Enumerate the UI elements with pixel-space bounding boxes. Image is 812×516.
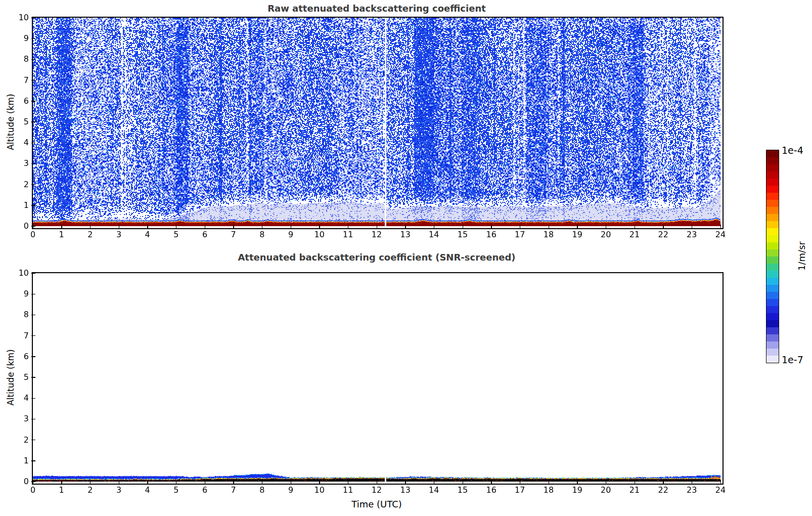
y-tick-label: 8 bbox=[14, 310, 29, 319]
y-tick-label: 4 bbox=[14, 393, 29, 403]
y-tick-mark bbox=[31, 481, 35, 482]
x-tick-mark bbox=[405, 480, 406, 484]
x-tick-mark bbox=[176, 480, 177, 484]
x-tick-mark bbox=[549, 480, 550, 484]
x-tick-label: 15 bbox=[452, 230, 474, 239]
x-tick-mark bbox=[262, 480, 263, 484]
panel2-plot-area bbox=[32, 272, 724, 485]
x-tick-mark bbox=[348, 480, 349, 484]
x-tick-label: 23 bbox=[681, 485, 703, 495]
x-tick-label: 13 bbox=[394, 485, 417, 495]
y-tick-label: 2 bbox=[14, 180, 29, 189]
x-tick-mark bbox=[33, 225, 34, 229]
y-tick-mark bbox=[31, 335, 35, 336]
x-tick-label: 13 bbox=[394, 230, 417, 239]
x-tick-label: 14 bbox=[423, 485, 445, 495]
x-tick-label: 19 bbox=[566, 230, 589, 239]
x-tick-label: 1 bbox=[51, 485, 73, 495]
x-tick-label: 4 bbox=[137, 230, 159, 239]
y-tick-label: 9 bbox=[14, 33, 29, 43]
x-tick-label: 6 bbox=[194, 230, 216, 239]
x-tick-mark bbox=[520, 225, 521, 229]
x-tick-mark bbox=[90, 480, 91, 484]
x-tick-label: 9 bbox=[280, 230, 302, 239]
y-tick-label: 8 bbox=[14, 54, 29, 64]
x-tick-label: 12 bbox=[366, 230, 388, 239]
x-tick-mark bbox=[663, 480, 664, 484]
x-axis-label: Time (UTC) bbox=[33, 499, 720, 509]
x-tick-label: 24 bbox=[709, 230, 732, 239]
x-tick-mark bbox=[577, 225, 578, 229]
x-tick-mark bbox=[549, 225, 550, 229]
x-tick-label: 7 bbox=[222, 230, 245, 239]
x-tick-mark bbox=[463, 225, 464, 229]
x-tick-label: 20 bbox=[595, 485, 617, 495]
y-tick-label: 9 bbox=[14, 289, 29, 298]
x-tick-mark bbox=[291, 225, 292, 229]
y-tick-label: 10 bbox=[14, 13, 29, 22]
y-tick-mark bbox=[31, 377, 35, 378]
x-tick-label: 3 bbox=[108, 230, 130, 239]
y-tick-label: 7 bbox=[14, 75, 29, 85]
y-tick-mark bbox=[31, 398, 35, 399]
colorbar bbox=[766, 150, 779, 363]
x-tick-mark bbox=[606, 225, 607, 229]
figure: Raw attenuated backscattering coefficien… bbox=[0, 0, 812, 516]
y-tick-mark bbox=[31, 101, 35, 102]
y-tick-mark bbox=[31, 440, 35, 441]
x-tick-mark bbox=[491, 480, 492, 484]
y-tick-label: 1 bbox=[14, 200, 29, 210]
x-tick-mark bbox=[319, 480, 320, 484]
x-tick-mark bbox=[319, 225, 320, 229]
panel1-title: Raw attenuated backscattering coefficien… bbox=[33, 3, 720, 14]
x-tick-mark bbox=[434, 480, 435, 484]
y-tick-mark bbox=[31, 184, 35, 185]
x-tick-mark bbox=[635, 480, 636, 484]
x-tick-label: 9 bbox=[280, 485, 302, 495]
x-tick-mark bbox=[720, 480, 721, 484]
x-tick-mark bbox=[205, 225, 206, 229]
x-tick-label: 8 bbox=[251, 230, 273, 239]
y-tick-label: 0 bbox=[14, 477, 29, 486]
x-tick-mark bbox=[233, 480, 234, 484]
screened-heatmap-canvas bbox=[33, 273, 720, 482]
x-tick-mark bbox=[291, 480, 292, 484]
x-tick-label: 22 bbox=[652, 230, 674, 239]
x-tick-label: 15 bbox=[452, 485, 474, 495]
raw-heatmap-canvas bbox=[33, 18, 720, 226]
x-tick-label: 3 bbox=[108, 485, 130, 495]
x-tick-label: 24 bbox=[709, 485, 732, 495]
x-tick-label: 22 bbox=[652, 485, 674, 495]
x-tick-label: 20 bbox=[595, 230, 617, 239]
x-tick-mark bbox=[720, 225, 721, 229]
x-tick-mark bbox=[606, 480, 607, 484]
x-tick-mark bbox=[635, 225, 636, 229]
x-tick-label: 0 bbox=[22, 485, 44, 495]
x-tick-label: 0 bbox=[22, 230, 44, 239]
y-tick-label: 0 bbox=[14, 221, 29, 231]
x-tick-mark bbox=[663, 225, 664, 229]
x-tick-label: 16 bbox=[480, 230, 503, 239]
x-tick-label: 21 bbox=[623, 485, 646, 495]
x-tick-label: 12 bbox=[366, 485, 388, 495]
x-tick-mark bbox=[147, 480, 148, 484]
x-tick-label: 16 bbox=[480, 485, 503, 495]
x-tick-mark bbox=[61, 225, 62, 229]
y-tick-label: 5 bbox=[14, 117, 29, 126]
x-tick-mark bbox=[33, 480, 34, 484]
x-tick-label: 18 bbox=[537, 230, 560, 239]
x-tick-label: 17 bbox=[509, 230, 531, 239]
x-tick-label: 10 bbox=[308, 485, 331, 495]
x-tick-mark bbox=[61, 480, 62, 484]
panel1-plot-area bbox=[32, 17, 724, 229]
x-tick-mark bbox=[119, 225, 120, 229]
x-tick-label: 1 bbox=[51, 230, 73, 239]
y-tick-label: 2 bbox=[14, 435, 29, 445]
x-tick-mark bbox=[577, 480, 578, 484]
x-tick-mark bbox=[692, 480, 693, 484]
y-tick-mark bbox=[31, 143, 35, 144]
colorbar-min-label: 1e-7 bbox=[782, 354, 803, 365]
x-tick-mark bbox=[147, 225, 148, 229]
x-tick-label: 10 bbox=[308, 230, 331, 239]
y-tick-label: 3 bbox=[14, 158, 29, 168]
